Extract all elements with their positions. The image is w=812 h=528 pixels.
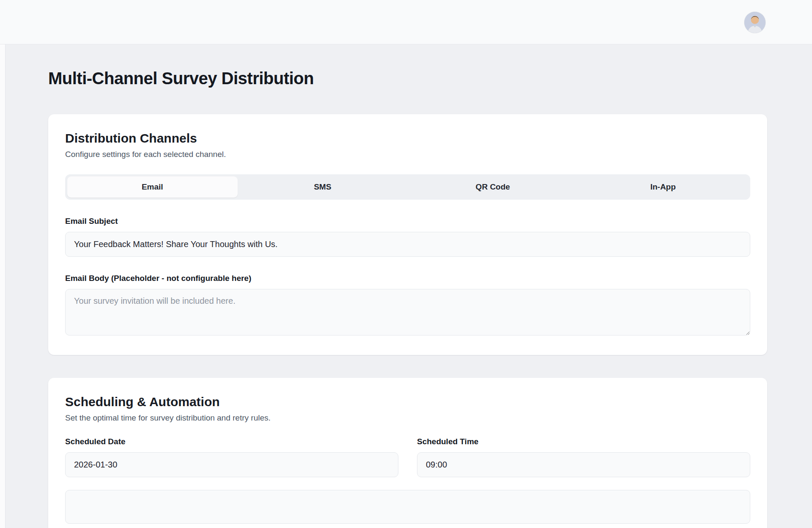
tab-in-app[interactable]: In-App	[578, 176, 749, 198]
scheduled-time-group: Scheduled Time	[417, 423, 750, 477]
email-body-label: Email Body (Placeholder - not configurab…	[65, 274, 750, 283]
scheduled-date-group: Scheduled Date	[65, 423, 398, 477]
partial-cutoff-field[interactable]	[65, 490, 750, 524]
tab-qr-code-label: QR Code	[476, 182, 510, 192]
scheduled-date-label: Scheduled Date	[65, 437, 398, 446]
tab-in-app-label: In-App	[650, 182, 676, 192]
email-subject-input[interactable]	[65, 232, 750, 257]
schedule-fields-row: Scheduled Date Scheduled Time	[65, 423, 750, 477]
tab-sms-label: SMS	[314, 182, 331, 192]
distribution-card-subtitle: Configure settings for each selected cha…	[65, 150, 750, 159]
scheduling-card-subtitle: Set the optimal time for survey distribu…	[65, 413, 750, 423]
tab-qr-code[interactable]: QR Code	[408, 176, 578, 198]
scheduled-time-label: Scheduled Time	[417, 437, 750, 446]
distribution-card-title: Distribution Channels	[65, 131, 750, 146]
scheduling-card-title: Scheduling & Automation	[65, 395, 750, 409]
distribution-channels-card: Distribution Channels Configure settings…	[48, 114, 767, 355]
user-avatar[interactable]	[744, 12, 765, 33]
email-body-textarea[interactable]	[65, 289, 750, 336]
scheduling-automation-card: Scheduling & Automation Set the optimal …	[48, 378, 767, 528]
avatar-photo	[744, 12, 765, 33]
tab-email[interactable]: Email	[67, 176, 238, 198]
left-rail-edge	[0, 44, 5, 528]
page-title: Multi-Channel Survey Distribution	[48, 69, 767, 88]
tab-sms[interactable]: SMS	[238, 176, 408, 198]
channel-tabs: Email SMS QR Code In-App	[65, 174, 750, 200]
top-bar	[0, 0, 812, 44]
email-subject-label: Email Subject	[65, 217, 750, 226]
main-content: Multi-Channel Survey Distribution Distri…	[5, 44, 812, 528]
tab-email-label: Email	[142, 182, 163, 192]
scheduled-date-input[interactable]	[65, 452, 398, 477]
scheduled-time-input[interactable]	[417, 452, 750, 477]
